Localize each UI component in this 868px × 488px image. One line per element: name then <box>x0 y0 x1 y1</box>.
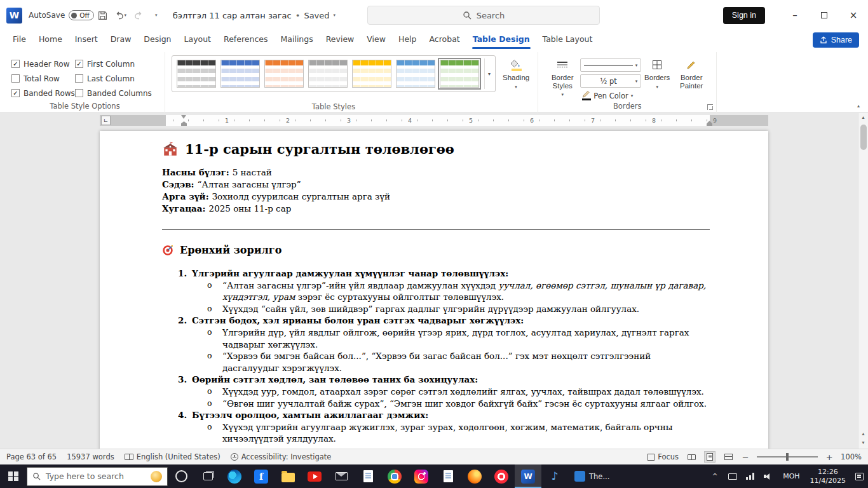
maximize-button[interactable] <box>810 0 839 30</box>
sign-in-button[interactable]: Sign in <box>723 7 765 24</box>
opera-button[interactable] <box>488 464 515 488</box>
share-button[interactable]: Share <box>813 32 859 48</box>
chrome-button[interactable] <box>381 464 408 488</box>
tab-acrobat[interactable]: Acrobat <box>423 31 466 49</box>
document-page[interactable]: 11-р сарын сургалтын төлөвлөгөө Насны бү… <box>100 131 768 449</box>
network-tray-button[interactable] <box>742 464 759 488</box>
collapse-ribbon-icon[interactable]: ▴ <box>857 103 860 109</box>
edge-button[interactable] <box>221 464 248 488</box>
document-app-button-2[interactable] <box>435 464 461 488</box>
firefox-button[interactable] <box>461 464 488 488</box>
tab-insert[interactable]: Insert <box>69 31 104 49</box>
tab-table-layout[interactable]: Table Layout <box>536 31 599 49</box>
page-indicator[interactable]: Page 63 of 65 <box>6 452 57 461</box>
table-style-swatch-selected[interactable] <box>440 60 479 88</box>
language-indicator[interactable]: English (United States) <box>125 452 220 461</box>
customize-qat-button[interactable]: ▾ <box>148 7 165 24</box>
zoom-level[interactable]: 100% <box>841 452 862 461</box>
word-logo-icon[interactable]: W <box>6 8 22 24</box>
table-style-swatch[interactable] <box>308 60 348 88</box>
redo-button[interactable] <box>130 7 147 24</box>
music-app-button[interactable]: ♪ <box>541 464 568 488</box>
pen-weight-combobox[interactable]: ½ pt ▾ <box>580 74 641 88</box>
word-taskbar-button[interactable] <box>515 464 541 488</box>
line-style-combobox[interactable]: ▾ <box>580 58 641 72</box>
youtube-button[interactable] <box>301 464 328 488</box>
horizontal-ruler[interactable]: ∟ 1 2 3 4 5 6 7 8 9 <box>100 115 768 126</box>
tab-selector-icon[interactable]: ∟ <box>101 116 111 125</box>
zoom-out-button[interactable]: − <box>741 452 750 462</box>
save-button[interactable] <box>95 7 111 24</box>
accessibility-status[interactable]: Accessibility: Investigate <box>231 452 332 461</box>
focus-button[interactable]: Focus <box>648 452 679 461</box>
undo-dropdown-icon[interactable]: ▾ <box>125 13 127 18</box>
tab-review[interactable]: Review <box>320 31 361 49</box>
undo-button[interactable]: ▾ <box>112 7 129 24</box>
indent-marker-left[interactable] <box>181 115 187 126</box>
tab-help[interactable]: Help <box>392 31 423 49</box>
action-center-button[interactable] <box>850 464 868 488</box>
table-style-swatch[interactable] <box>264 60 304 88</box>
tab-references[interactable]: References <box>217 31 274 49</box>
read-mode-button[interactable] <box>686 451 697 463</box>
taskbar-search[interactable]: Type here to search <box>27 467 168 486</box>
search-highlights-icon[interactable] <box>151 471 162 482</box>
previous-page-icon[interactable]: ▴ <box>858 430 868 438</box>
zoom-slider[interactable] <box>757 456 818 458</box>
tab-home[interactable]: Home <box>32 31 69 49</box>
total-row-checkbox[interactable]: Total Row <box>11 74 75 83</box>
close-button[interactable]: × <box>839 0 868 30</box>
vertical-scrollbar[interactable]: ▴ ▴ ▾ <box>858 113 868 449</box>
header-row-checkbox[interactable]: ✓Header Row <box>11 60 75 69</box>
word-count[interactable]: 15937 words <box>67 452 114 461</box>
borders-dialog-launcher-icon[interactable] <box>707 104 713 110</box>
display-tray-button[interactable] <box>724 464 742 488</box>
table-style-swatch[interactable] <box>177 60 216 88</box>
tab-view[interactable]: View <box>360 31 392 49</box>
autosave-toggle[interactable]: AutoSave Off <box>29 10 94 20</box>
zoom-slider-thumb[interactable] <box>786 453 789 461</box>
file-explorer-button[interactable] <box>275 464 301 488</box>
instagram-button[interactable] <box>408 464 435 488</box>
pen-color-button[interactable]: Pen Color ▾ <box>580 90 641 101</box>
first-column-checkbox[interactable]: ✓First Column <box>75 60 153 69</box>
next-page-icon[interactable]: ▾ <box>858 438 868 447</box>
document-title-menu[interactable]: бэлтгэл 11 сар алтан загас • Saved ▾ <box>173 11 336 20</box>
table-style-swatch[interactable] <box>220 60 260 88</box>
start-button[interactable] <box>0 464 27 488</box>
tab-file[interactable]: File <box>6 31 32 49</box>
document-app-button[interactable] <box>355 464 381 488</box>
tab-table-design[interactable]: Table Design <box>466 31 536 49</box>
tab-layout[interactable]: Layout <box>178 31 218 49</box>
web-layout-button[interactable] <box>722 451 734 463</box>
minimize-button[interactable]: – <box>780 0 810 30</box>
input-language-button[interactable]: MOH <box>777 472 805 480</box>
shading-button[interactable]: Shading ▾ <box>501 55 531 102</box>
table-style-swatch[interactable] <box>396 60 435 88</box>
mail-button[interactable] <box>328 464 355 488</box>
print-layout-button[interactable] <box>704 451 715 463</box>
gallery-more-button[interactable]: ▾ <box>484 58 494 89</box>
volume-tray-button[interactable] <box>759 464 777 488</box>
banded-rows-checkbox[interactable]: ✓Banded Rows <box>11 89 75 98</box>
clock[interactable]: 12:2611/4/2025 <box>806 468 850 485</box>
task-view-button[interactable] <box>194 464 221 488</box>
border-styles-button[interactable]: Border Styles ▾ <box>545 55 580 101</box>
border-painter-button[interactable]: Border Painter <box>673 55 710 101</box>
search-bar[interactable]: Search <box>367 6 600 25</box>
open-app-button[interactable]: The... <box>568 464 616 488</box>
hidden-icons-button[interactable]: ^ <box>706 464 724 488</box>
table-style-swatch[interactable] <box>352 60 391 88</box>
cortana-button[interactable] <box>168 464 194 488</box>
tab-design[interactable]: Design <box>137 31 177 49</box>
scrollbar-thumb[interactable] <box>860 125 867 150</box>
tab-mailings[interactable]: Mailings <box>275 31 320 49</box>
tab-draw[interactable]: Draw <box>104 31 138 49</box>
autosave-switch[interactable]: Off <box>69 10 94 20</box>
scroll-up-icon[interactable]: ▴ <box>858 113 868 122</box>
last-column-checkbox[interactable]: Last Column <box>75 74 153 83</box>
borders-button[interactable]: Borders ▾ <box>641 55 673 101</box>
facebook-button[interactable] <box>248 464 275 488</box>
banded-columns-checkbox[interactable]: Banded Columns <box>75 89 153 98</box>
zoom-in-button[interactable]: + <box>825 452 834 462</box>
